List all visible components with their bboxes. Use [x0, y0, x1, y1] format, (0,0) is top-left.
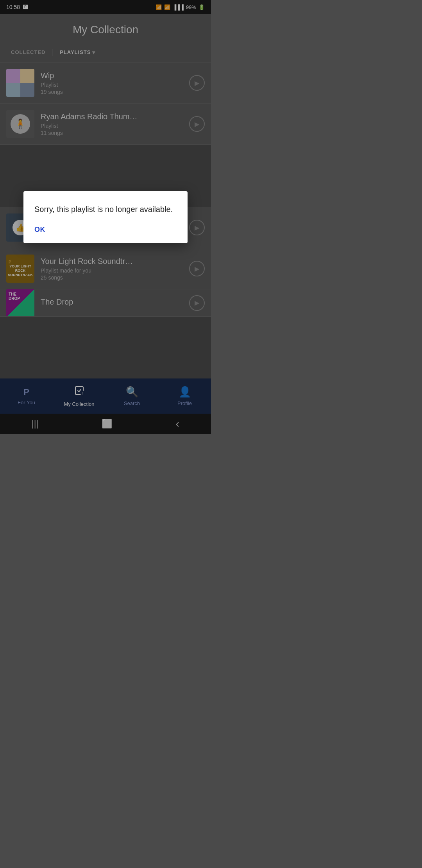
dialog-message: Sorry, this playlist is no longer availa… [34, 204, 177, 215]
dialog-overlay: Sorry, this playlist is no longer availa… [0, 0, 211, 434]
dialog: Sorry, this playlist is no longer availa… [23, 191, 188, 243]
dialog-ok-button[interactable]: OK [34, 224, 45, 235]
